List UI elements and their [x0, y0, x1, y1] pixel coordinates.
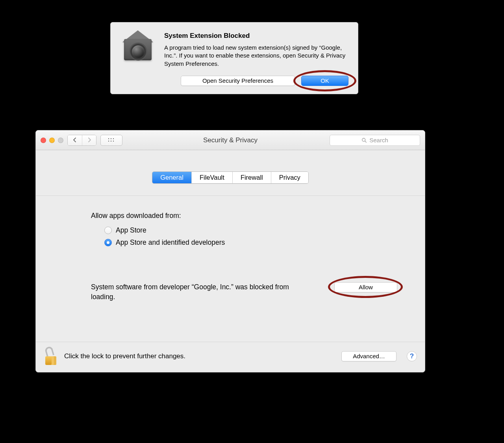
lock-unlocked-icon[interactable]	[44, 348, 58, 365]
grid-icon	[107, 138, 115, 143]
search-field[interactable]: Search	[330, 135, 420, 146]
advanced-button[interactable]: Advanced…	[341, 351, 397, 361]
divider	[36, 195, 425, 196]
security-privacy-window: Security & Privacy Search General FileVa…	[35, 130, 425, 372]
security-icon	[120, 32, 156, 86]
chevron-right-icon	[87, 138, 91, 142]
window-controls	[41, 138, 63, 143]
search-placeholder: Search	[369, 137, 388, 143]
blocked-software-message: System software from developer “Google, …	[91, 282, 311, 302]
radio-app-store[interactable]	[104, 227, 112, 234]
search-icon	[361, 138, 367, 143]
help-button[interactable]: ?	[407, 351, 417, 361]
radio-app-store-label: App Store	[116, 226, 146, 235]
system-extension-blocked-dialog: System Extension Blocked A program tried…	[110, 22, 358, 94]
tab-filevault[interactable]: FileVault	[191, 172, 232, 183]
ok-button[interactable]: OK	[301, 76, 348, 86]
nav-back-forward	[67, 135, 96, 146]
zoom-window-button[interactable]	[58, 138, 63, 143]
radio-app-store-identified-developers-label: App Store and identified developers	[116, 238, 225, 247]
tab-firewall[interactable]: Firewall	[232, 172, 271, 183]
tab-general[interactable]: General	[152, 172, 191, 183]
allow-apps-label: Allow apps downloaded from:	[91, 212, 408, 220]
show-all-preferences-button[interactable]	[100, 135, 122, 146]
radio-app-store-identified-developers[interactable]	[104, 239, 112, 246]
allow-button[interactable]: Allow	[334, 282, 397, 292]
open-security-preferences-button[interactable]: Open Security Preferences	[181, 76, 295, 86]
chevron-left-icon	[73, 138, 77, 142]
close-window-button[interactable]	[41, 138, 46, 143]
nav-forward-button[interactable]	[82, 135, 96, 145]
alert-message: A program tried to load new system exten…	[164, 44, 348, 68]
lock-hint-text: Click the lock to prevent further change…	[64, 352, 335, 360]
window-titlebar: Security & Privacy Search	[36, 130, 425, 150]
tab-bar: General FileVault Firewall Privacy	[152, 171, 309, 184]
minimize-window-button[interactable]	[49, 138, 55, 143]
nav-back-button[interactable]	[68, 135, 82, 145]
alert-title: System Extension Blocked	[164, 32, 348, 40]
svg-line-1	[365, 141, 367, 142]
tab-privacy[interactable]: Privacy	[271, 172, 308, 183]
